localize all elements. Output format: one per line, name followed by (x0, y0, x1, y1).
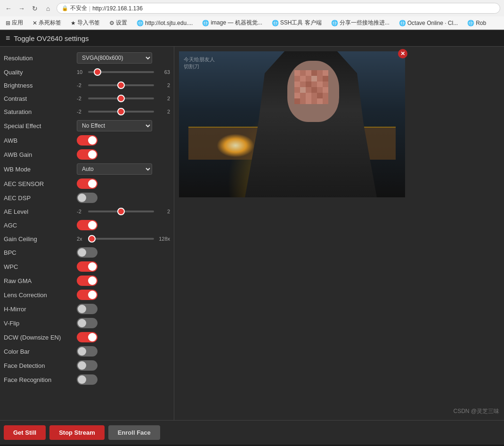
resolution-label: Resolution (4, 55, 77, 62)
awb-gain-toggle[interactable] (77, 149, 98, 160)
bookmark-killtab[interactable]: ✕杀死标签 (31, 18, 63, 28)
ae-level-slider[interactable] (88, 211, 154, 212)
quality-slider[interactable] (88, 71, 154, 73)
bookmark-iot[interactable]: 🌐http://iot.sjtu.edu.... (135, 19, 195, 27)
aec-sensor-row: AEC SENSOR (4, 177, 170, 191)
face-recognition-slider (77, 374, 98, 385)
bottom-buttons: Get Still Stop Stream Enroll Face (0, 420, 504, 445)
vflip-row: V-Flip (4, 316, 170, 330)
back-button[interactable]: ← (4, 4, 13, 13)
bookmark-octave[interactable]: 🌐Octave Online · Cl... (397, 19, 460, 27)
face-detection-slider (77, 360, 98, 371)
wb-mode-value: Auto Sunny Cloudy Office Home (77, 163, 170, 175)
bookmarks-bar: ⊞应用 ✕杀死标签 ★导入书签 ⚙设置 🌐http://iot.sjtu.edu… (0, 16, 504, 30)
raw-gma-row: Raw GMA (4, 274, 170, 288)
get-still-button[interactable]: Get Still (4, 425, 46, 440)
image-text: 今天给朋友人 切割刀 (184, 56, 215, 70)
gain-ceiling-min: 2x (77, 236, 86, 242)
resolution-select[interactable]: SVGA(800x600) UXGA(1600x1200) SXGA(1280x… (77, 52, 152, 64)
gain-ceiling-row: Gain Ceiling 2x 128x (4, 232, 170, 245)
menu-icon[interactable]: ≡ (6, 34, 10, 42)
bpc-row: BPC (4, 245, 170, 259)
face-recognition-label: Face Recognition (4, 376, 77, 383)
address-bar[interactable]: 🔒 不安全 | http://192.168.1.136 (57, 3, 500, 14)
face-pixelation (287, 61, 339, 122)
stop-stream-button[interactable]: Stop Stream (49, 425, 105, 440)
app-header: ≡ Toggle OV2640 settings (0, 30, 504, 47)
bookmark-ssh[interactable]: 🌐SSH工具 客户端 (270, 18, 324, 28)
dcw-toggle[interactable] (77, 332, 98, 342)
awb-gain-row: AWB Gain (4, 147, 170, 162)
refresh-button[interactable]: ↻ (30, 4, 40, 13)
watermark: CSDN @灵芝三味 (453, 407, 499, 415)
face-recognition-toggle[interactable] (77, 374, 98, 385)
hmirror-toggle[interactable] (77, 304, 98, 314)
contrast-slider[interactable] (88, 97, 154, 99)
room-light (217, 134, 254, 157)
ae-level-row: AE Level -2 2 (4, 205, 170, 218)
wpc-toggle[interactable] (77, 261, 98, 272)
contrast-max: 2 (156, 96, 170, 101)
color-bar-slider (77, 346, 98, 357)
person-head (287, 61, 339, 122)
quality-max: 63 (156, 69, 170, 75)
aec-dsp-label: AEC DSP (4, 195, 77, 202)
contrast-min: -2 (77, 96, 86, 101)
enroll-face-button[interactable]: Enroll Face (108, 425, 160, 440)
brightness-min: -2 (77, 82, 86, 88)
agc-toggle[interactable] (77, 220, 98, 230)
face-recognition-row: Face Recognition (4, 373, 170, 387)
vflip-label: V-Flip (4, 320, 77, 327)
saturation-max: 2 (156, 109, 170, 114)
svg-rect-9 (306, 76, 311, 81)
svg-rect-17 (317, 81, 323, 87)
svg-rect-1 (294, 70, 300, 76)
svg-rect-24 (323, 87, 328, 93)
wpc-slider (77, 261, 98, 272)
gain-ceiling-slider-container: 2x 128x (77, 236, 170, 242)
vflip-toggle[interactable] (77, 318, 98, 328)
bookmark-import[interactable]: ★导入书签 (69, 18, 102, 28)
svg-rect-8 (300, 76, 306, 81)
special-effect-row: Special Effect No Effect Negative Graysc… (4, 118, 170, 133)
color-bar-toggle[interactable] (77, 346, 98, 357)
awb-toggle[interactable] (77, 135, 98, 146)
bookmark-image[interactable]: 🌐image — 机器视觉... (200, 18, 264, 28)
resolution-row: Resolution SVGA(800x600) UXGA(1600x1200)… (4, 50, 170, 65)
face-detection-row: Face Detection (4, 358, 170, 373)
lens-correction-row: Lens Correction (4, 288, 170, 302)
svg-rect-18 (323, 81, 328, 87)
special-effect-value: No Effect Negative Grayscale Red Tint Gr… (77, 120, 170, 131)
special-effect-select[interactable]: No Effect Negative Grayscale Red Tint Gr… (77, 120, 152, 131)
svg-rect-10 (311, 76, 317, 81)
svg-rect-3 (306, 70, 311, 76)
wb-mode-select[interactable]: Auto Sunny Cloudy Office Home (77, 163, 152, 175)
gain-ceiling-slider[interactable] (88, 238, 154, 240)
svg-rect-27 (306, 93, 311, 98)
aec-sensor-toggle[interactable] (77, 178, 98, 189)
close-camera-button[interactable]: ✕ (398, 49, 407, 58)
bookmark-share[interactable]: 🌐分享一些接地推进... (329, 18, 391, 28)
bpc-toggle[interactable] (77, 247, 98, 258)
bookmark-apps[interactable]: ⊞应用 (4, 18, 25, 28)
brightness-max: 2 (156, 82, 170, 88)
awb-gain-slider (77, 149, 98, 160)
forward-button[interactable]: → (17, 4, 26, 13)
raw-gma-toggle[interactable] (77, 276, 98, 286)
aec-dsp-toggle[interactable] (77, 193, 98, 203)
svg-rect-2 (300, 70, 306, 76)
svg-rect-33 (306, 98, 311, 104)
svg-rect-5 (317, 70, 323, 76)
quality-slider-container: 10 63 (77, 69, 170, 75)
aec-sensor-slider (77, 178, 98, 189)
svg-rect-11 (317, 76, 323, 81)
home-button[interactable]: ⌂ (43, 4, 53, 13)
agc-label: AGC (4, 222, 77, 229)
face-detection-toggle[interactable] (77, 360, 98, 371)
bookmark-settings[interactable]: ⚙设置 (107, 18, 129, 28)
bookmark-rob[interactable]: 🌐Rob (465, 19, 488, 27)
saturation-slider[interactable] (88, 111, 154, 113)
brightness-slider[interactable] (88, 84, 154, 86)
ae-level-slider-container: -2 2 (77, 209, 170, 214)
lens-correction-toggle[interactable] (77, 290, 98, 300)
